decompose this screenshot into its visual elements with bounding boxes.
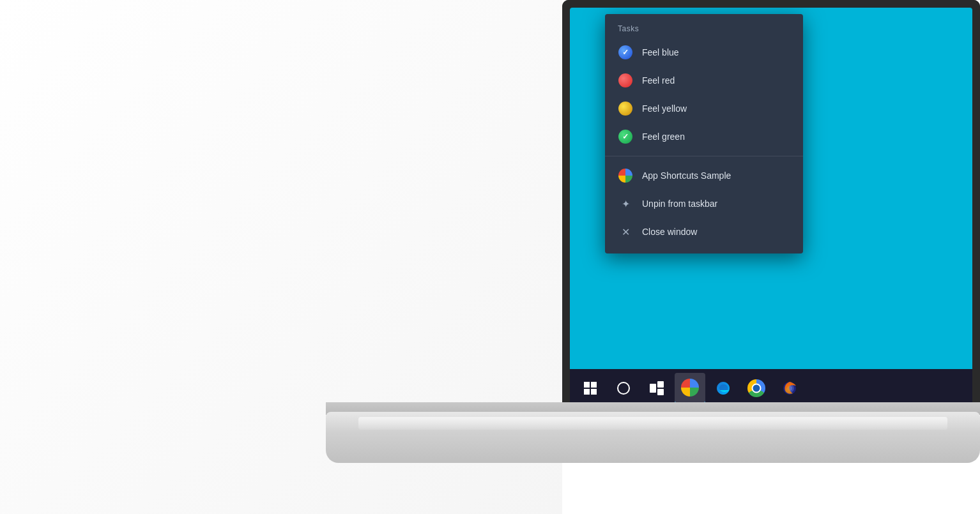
taskbar-chrome-button[interactable] [741, 373, 772, 404]
laptop-screen: Tasks Feel blue Feel red [570, 8, 972, 407]
unpin-icon: ✦ [618, 196, 633, 211]
taskview-icon [650, 381, 664, 395]
search-circle-icon [617, 382, 630, 395]
menu-item-feel-yellow[interactable]: Feel yellow [605, 94, 803, 123]
app-shortcuts-taskbar-icon [681, 379, 699, 397]
laptop-screen-bezel: Tasks Feel blue Feel red [562, 0, 980, 415]
menu-divider [605, 156, 803, 156]
taskview-rect-3 [657, 389, 664, 395]
menu-item-feel-red[interactable]: Feel red [605, 66, 803, 94]
taskbar-start-button[interactable] [575, 373, 606, 404]
feel-red-icon [618, 73, 633, 88]
win-quad-1 [584, 382, 590, 388]
edge-icon [714, 379, 732, 397]
win-quad-3 [584, 389, 590, 395]
firefox-icon [781, 379, 799, 397]
dot-blue-circle [618, 45, 632, 59]
chrome-icon [747, 379, 765, 397]
taskbar-taskview-button[interactable] [641, 373, 672, 404]
laptop-base-shine [358, 417, 947, 430]
taskbar [570, 369, 972, 407]
close-icon: ✕ [618, 224, 633, 239]
feel-blue-label: Feel blue [642, 47, 679, 57]
dot-green-circle [618, 130, 632, 144]
win-quad-2 [591, 382, 597, 388]
feel-yellow-label: Feel yellow [642, 103, 687, 114]
dot-red-circle [618, 73, 632, 87]
close-window-label: Close window [642, 227, 697, 237]
app-name-label: App Shortcuts Sample [642, 170, 731, 181]
unpin-label: Unpin from taskbar [642, 199, 717, 209]
feel-blue-icon [618, 45, 633, 60]
tasks-section-label: Tasks [605, 22, 803, 38]
app-shortcuts-icon [618, 168, 633, 183]
taskbar-search-button[interactable] [608, 373, 639, 404]
win-quad-4 [591, 389, 597, 395]
taskview-rect-1 [650, 384, 656, 393]
menu-item-unpin[interactable]: ✦ Unpin from taskbar [605, 190, 803, 218]
menu-item-close[interactable]: ✕ Close window [605, 218, 803, 246]
laptop-screen-container: Tasks Feel blue Feel red [562, 0, 980, 415]
menu-item-feel-blue[interactable]: Feel blue [605, 38, 803, 66]
taskview-rect-2 [657, 381, 664, 388]
pie-icon [618, 169, 632, 183]
feel-green-icon [618, 129, 633, 144]
context-menu: Tasks Feel blue Feel red [605, 14, 803, 253]
feel-yellow-icon [618, 101, 633, 116]
menu-item-app-name: App Shortcuts Sample [605, 162, 803, 190]
dot-yellow-circle [618, 102, 632, 116]
menu-item-feel-green[interactable]: Feel green [605, 123, 803, 151]
windows-icon [584, 382, 597, 395]
feel-green-label: Feel green [642, 132, 685, 142]
feel-red-label: Feel red [642, 75, 675, 86]
taskbar-firefox-button[interactable] [774, 373, 805, 404]
laptop-base [326, 412, 980, 463]
taskbar-app-shortcuts-button[interactable] [675, 373, 705, 404]
taskbar-edge-button[interactable] [708, 373, 739, 404]
close-x-icon: ✕ [622, 226, 630, 238]
unpin-star-icon: ✦ [622, 198, 630, 210]
